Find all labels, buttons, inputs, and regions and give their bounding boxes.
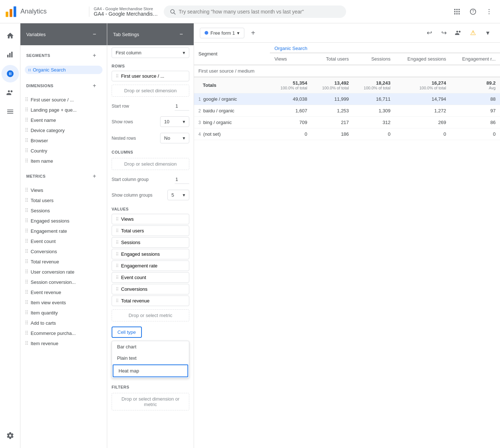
- search-bar[interactable]: [164, 5, 346, 18]
- metric-item[interactable]: ⠿Engaged sessions: [20, 216, 107, 226]
- drag-handle-icon: ⠿: [25, 310, 28, 316]
- warning-button[interactable]: ⚠: [466, 26, 480, 39]
- rows-dimension-chip[interactable]: ⠿ First user source / ...: [112, 71, 189, 81]
- nav-explore[interactable]: [1, 65, 19, 82]
- value-chip-item[interactable]: ⠿Sessions: [112, 237, 189, 248]
- add-metric-button[interactable]: +: [88, 170, 101, 183]
- svg-rect-19: [7, 55, 8, 57]
- dimension-item[interactable]: ⠿Device category: [20, 125, 107, 135]
- dimension-item[interactable]: ⠿Event name: [20, 115, 107, 125]
- columns-drop-zone[interactable]: Drop or select dimension: [112, 158, 189, 170]
- variables-minimize-button[interactable]: −: [88, 28, 101, 41]
- start-column-group-input[interactable]: [175, 175, 189, 184]
- metric-item[interactable]: ⠿Item view events: [20, 297, 107, 308]
- dimension-item[interactable]: ⠿Item name: [20, 156, 107, 166]
- apps-icon-button[interactable]: [450, 5, 464, 18]
- metric-item[interactable]: ⠿Engagement rate: [20, 226, 107, 236]
- topbar: Analytics GA4 - Google Merchandise Store…: [0, 0, 500, 23]
- svg-rect-8: [454, 11, 456, 12]
- value-chip-item[interactable]: ⠿Event count: [112, 272, 189, 283]
- nav-reports[interactable]: [1, 46, 19, 63]
- dimensions-label: DIMENSIONS: [26, 84, 54, 88]
- svg-rect-11: [454, 13, 456, 14]
- row-3-engaged-sessions: 269: [395, 117, 451, 128]
- tab-settings-minimize-button[interactable]: −: [175, 28, 188, 41]
- show-rows-select[interactable]: 10 ▾: [160, 116, 189, 127]
- share-button[interactable]: [452, 26, 465, 39]
- col-sessions: Sessions: [353, 53, 395, 65]
- add-tab-button[interactable]: +: [247, 27, 259, 39]
- dimension-item[interactable]: ⠿Landing page + que...: [20, 105, 107, 115]
- warn-chevron-button[interactable]: ▾: [481, 26, 494, 39]
- svg-point-22: [28, 69, 29, 70]
- dimension-item[interactable]: ⠿Browser: [20, 135, 107, 146]
- drag-handle-icon: ⠿: [25, 158, 28, 164]
- rows-drop-zone[interactable]: Drop or select dimension: [112, 85, 189, 97]
- metric-item[interactable]: ⠿Total users: [20, 195, 107, 205]
- segments-label: SEGMENTS: [26, 53, 50, 58]
- dimension-item[interactable]: ⠿First user source / ...: [20, 94, 107, 105]
- nav-settings[interactable]: [1, 427, 19, 444]
- segment-column-header: Segment: [194, 43, 270, 65]
- redo-button[interactable]: ↪: [437, 26, 450, 39]
- metric-item[interactable]: ⠿Total revenue: [20, 256, 107, 267]
- metric-item[interactable]: ⠿User conversion rate: [20, 267, 107, 277]
- apps-icon: [453, 8, 461, 15]
- toolbar-icons: ↩ ↪ ⚠ ▾: [423, 26, 494, 39]
- row-4-views: 0: [270, 128, 311, 140]
- table-row[interactable]: 2 baidu / organic 1,607 1,253 1,309 1,27…: [194, 105, 500, 117]
- values-drop-zone[interactable]: Drop or select metric: [112, 309, 189, 321]
- metric-item[interactable]: ⠿Ecommerce purcha...: [20, 328, 107, 338]
- undo-button[interactable]: ↩: [423, 26, 436, 39]
- report-area: Free form 1 ▾ + ↩ ↪ ⚠ ▾ Segment: [194, 23, 500, 448]
- value-chip-item[interactable]: ⠿Engaged sessions: [112, 249, 189, 259]
- drag-handle-icon: ⠿: [116, 275, 119, 280]
- value-chip-item[interactable]: ⠿Total users: [112, 225, 189, 236]
- dimension-item[interactable]: ⠿Country: [20, 146, 107, 156]
- metric-item[interactable]: ⠿Session conversion...: [20, 277, 107, 287]
- nested-rows-select[interactable]: No ▾: [160, 133, 189, 143]
- row-2-engagement-rate: 97: [450, 105, 500, 117]
- metric-item[interactable]: ⠿Views: [20, 185, 107, 195]
- nav-advertising[interactable]: [1, 84, 19, 101]
- metric-item[interactable]: ⠿Event count: [20, 236, 107, 246]
- metric-item[interactable]: ⠿Sessions: [20, 205, 107, 216]
- main-layout: Variables − SEGMENTS + Organic Search DI…: [0, 23, 500, 448]
- filters-drop-zone[interactable]: Drop or select dimension or metric: [112, 393, 189, 410]
- drag-handle-icon: ⠿: [25, 259, 28, 264]
- value-chip-item[interactable]: ⠿Engagement rate: [112, 260, 189, 271]
- metric-item[interactable]: ⠿Add to carts: [20, 318, 107, 328]
- free-form-tab[interactable]: Free form 1 ▾: [200, 28, 244, 38]
- cell-type-heat-map[interactable]: Heat map: [113, 364, 188, 377]
- nav-home[interactable]: [1, 27, 19, 45]
- start-row-input[interactable]: [175, 102, 189, 111]
- cell-type-bar-chart[interactable]: Bar chart: [112, 341, 189, 352]
- first-column-select[interactable]: First column ▾: [112, 47, 189, 58]
- start-row-row: Start row: [107, 99, 194, 113]
- cell-type-button[interactable]: Cell type: [112, 327, 142, 338]
- rows-drag-icon: ⠿: [116, 74, 119, 79]
- table-row[interactable]: 4 (not set) 0 186 0 0 0: [194, 128, 500, 140]
- table-row[interactable]: 1 google / organic 49,038 11,999 16,711 …: [194, 93, 500, 105]
- more-icon-button[interactable]: [482, 5, 496, 18]
- metric-item[interactable]: ⠿Event revenue: [20, 287, 107, 297]
- value-chip-item[interactable]: ⠿Views: [112, 214, 189, 224]
- table-row[interactable]: 3 bing / organic 709 217 312 269 86: [194, 117, 500, 128]
- metric-item[interactable]: ⠿Item revenue: [20, 338, 107, 348]
- variables-panel-header: Variables −: [20, 23, 107, 45]
- add-segment-button[interactable]: +: [88, 49, 101, 62]
- segment-chip[interactable]: Organic Search: [25, 66, 102, 74]
- show-column-groups-select[interactable]: 5 ▾: [167, 190, 189, 200]
- metric-item[interactable]: ⠿Item quantity: [20, 308, 107, 318]
- value-chip-item[interactable]: ⠿Total revenue: [112, 296, 189, 306]
- add-dimension-button[interactable]: +: [88, 79, 101, 92]
- search-input[interactable]: [179, 9, 340, 15]
- metric-item[interactable]: ⠿Conversions: [20, 246, 107, 256]
- value-chip-item[interactable]: ⠿Conversions: [112, 284, 189, 294]
- nav-configure[interactable]: [1, 103, 19, 120]
- drag-handle-icon: ⠿: [25, 228, 28, 234]
- help-icon-button[interactable]: ?: [466, 5, 480, 18]
- cell-type-plain-text[interactable]: Plain text: [112, 352, 189, 364]
- report-toolbar: Free form 1 ▾ + ↩ ↪ ⚠ ▾: [194, 23, 500, 43]
- svg-rect-6: [456, 9, 457, 10]
